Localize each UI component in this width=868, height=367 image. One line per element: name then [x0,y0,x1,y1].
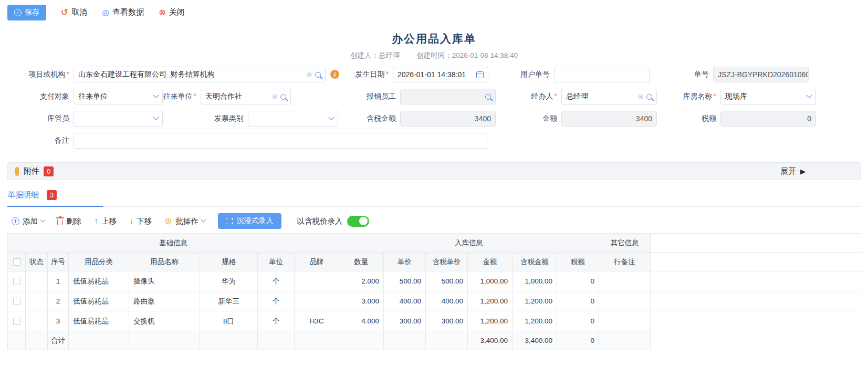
body-cell[interactable]: 4.000 [339,311,384,331]
body-cell[interactable]: 交换机 [129,311,200,331]
body-cell[interactable]: 路由器 [129,291,200,311]
body-cell[interactable]: 2 [48,291,69,311]
body-cell[interactable]: 新华三 [200,291,258,311]
search-icon[interactable] [315,72,321,78]
body-cell[interactable]: 1,200.00 [513,291,557,311]
header-form: 项目或机构 山东金石建设工程有限公司_财务结算机构 发生日期 2026-01-0… [0,60,868,149]
body-cell[interactable]: 个 [258,311,295,331]
project-org-label: 项目或机构 [7,70,74,79]
body-cell[interactable]: 低值易耗品 [69,291,129,311]
batch-operation-button[interactable]: 批操作 [164,216,205,226]
amount-with-tax-label: 含税金额 [338,114,400,123]
view-data-button[interactable]: 查看数据 [102,7,144,17]
search-icon[interactable] [280,94,286,100]
remark-field[interactable] [74,133,487,149]
body-cell[interactable] [26,311,48,331]
page-title: 办公用品入库单 [0,32,868,46]
body-cell[interactable]: 300.00 [384,311,426,331]
body-cell[interactable]: 0 [557,291,599,311]
counterparty-field[interactable]: 天明合作社 [201,89,291,104]
delete-row-button[interactable]: 删除 [57,216,81,226]
search-icon[interactable] [646,94,652,100]
column-header: 单价 [384,253,426,271]
body-cell[interactable] [295,291,339,311]
document-meta: 创建人：总经理 创建时间：2026-01-06 14:38:40 [0,51,868,60]
cancel-button[interactable]: 取消 [61,7,87,17]
invoice-type-select[interactable] [248,111,338,127]
row-checkbox-cell[interactable] [8,311,26,331]
clear-icon[interactable] [271,93,278,100]
body-cell[interactable]: 1 [48,271,69,291]
move-down-button[interactable]: 下移 [129,216,152,226]
occur-date-label: 发生日期 [326,70,393,79]
pay-target-select[interactable]: 往来单位 [74,89,163,104]
body-cell[interactable]: 1,200.00 [468,311,513,331]
search-icon[interactable] [485,94,491,100]
group-header-other: 其它信息 [599,234,651,253]
body-cell[interactable]: 500.00 [426,271,468,291]
body-cell[interactable]: 2.000 [339,271,384,291]
body-cell[interactable]: 华为 [200,271,258,291]
reimburse-employee-label: 报销员工 [291,92,400,101]
select-all-checkbox-cell[interactable] [8,253,26,271]
warehouse-keeper-select[interactable] [74,111,163,127]
warehouse-select[interactable]: 现场库 [720,89,816,104]
body-cell[interactable]: 3.000 [339,291,384,311]
body-cell[interactable]: 1,200.00 [468,291,513,311]
attachment-marker-icon [15,167,19,176]
column-header: 单位 [258,253,295,271]
body-cell[interactable]: 个 [258,291,295,311]
body-cell[interactable] [599,311,651,331]
body-cell[interactable]: 低值易耗品 [69,271,129,291]
calendar-icon[interactable] [476,71,484,78]
total-cell: 3,400.00 [468,331,513,350]
table-row: 1低值易耗品摄像头华为个2.000500.00500.001,000.001,0… [7,271,861,291]
tab-bar: 单据明细 3 [7,185,861,207]
tab-detail[interactable]: 单据明细 3 [7,185,103,206]
body-cell[interactable]: H3C [295,311,339,331]
chevron-down-icon [806,92,812,98]
body-cell[interactable]: 400.00 [426,291,468,311]
reimburse-employee-field[interactable] [400,89,496,104]
clear-icon[interactable] [637,93,644,100]
counterparty-label: 往来单位 [163,92,201,101]
row-filler [651,291,862,311]
body-cell[interactable]: 8口 [200,311,258,331]
project-org-field[interactable]: 山东金石建设工程有限公司_财务结算机构 [74,67,326,82]
column-header: 用品分类 [69,253,129,271]
body-cell[interactable]: 1,000.00 [468,271,513,291]
body-cell[interactable]: 500.00 [384,271,426,291]
add-row-button[interactable]: 添加 [12,216,45,226]
row-checkbox-cell[interactable] [8,291,26,311]
eye-icon [102,8,109,17]
body-cell[interactable]: 个 [258,271,295,291]
body-cell[interactable] [599,271,651,291]
body-cell[interactable]: 0 [557,311,599,331]
body-cell[interactable]: 1,000.00 [513,271,557,291]
body-cell[interactable]: 400.00 [384,291,426,311]
tax-entry-toggle[interactable] [347,216,369,227]
expand-button[interactable]: 展开 [780,166,853,176]
amount-field: 3400 [561,111,657,127]
clear-icon[interactable] [306,71,312,78]
user-order-no-field[interactable] [554,67,650,82]
body-cell[interactable]: 低值易耗品 [69,311,129,331]
handler-field[interactable]: 总经理 [561,89,657,104]
body-cell[interactable]: 300.00 [426,311,468,331]
body-cell[interactable] [599,291,651,311]
close-button[interactable]: 关闭 [159,7,184,17]
body-cell[interactable]: 1,200.00 [513,311,557,331]
immersive-entry-button[interactable]: 沉浸式录入 [218,213,281,229]
body-cell[interactable]: 摄像头 [129,271,200,291]
body-cell[interactable] [295,271,339,291]
body-cell[interactable] [26,271,48,291]
row-checkbox-cell[interactable] [8,271,26,291]
total-cell: 0 [557,331,599,350]
body-cell[interactable]: 0 [557,271,599,291]
body-cell[interactable] [26,291,48,311]
cancel-button-label: 取消 [71,7,87,17]
body-cell[interactable]: 3 [48,311,69,331]
save-button[interactable]: 保存 [7,5,46,20]
move-up-button[interactable]: 上移 [94,216,117,226]
occur-date-field[interactable]: 2026-01-01 14:38:01 [393,67,488,82]
